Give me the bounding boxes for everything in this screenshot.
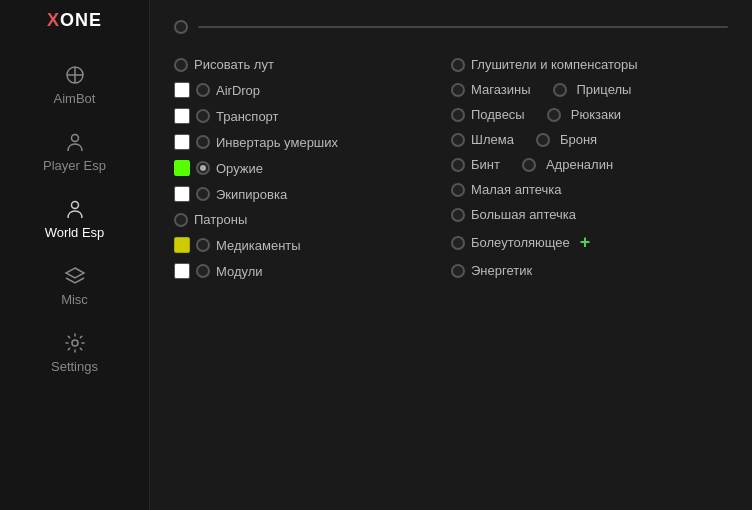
label-inventory-dead: Инвертарь умерших [216, 135, 338, 150]
option-draw-loot: Рисовать лут [174, 52, 451, 77]
options-grid: Рисовать лут AirDrop Транспорт Инвертарь… [174, 52, 728, 284]
option-inventory-dead: Инвертарь умерших [174, 129, 451, 155]
layers-icon [63, 264, 87, 288]
option-bandage-row: Бинт Адреналин [451, 152, 728, 177]
label-meds: Медикаменты [216, 238, 301, 253]
toggle-small-medkit[interactable] [451, 183, 465, 197]
label-ammo: Патроны [194, 212, 247, 227]
option-transport: Транспорт [174, 103, 451, 129]
svg-marker-5 [66, 268, 84, 278]
option-small-medkit: Малая аптечка [451, 177, 728, 202]
option-weapon: Оружие [174, 155, 451, 181]
toggle-grips[interactable] [451, 108, 465, 122]
label-draw-loot: Рисовать лут [194, 57, 274, 72]
toggle-large-medkit[interactable] [451, 208, 465, 222]
crosshair-icon [63, 63, 87, 87]
option-modules: Модули [174, 258, 451, 284]
slider-line [198, 26, 728, 28]
option-large-medkit: Большая аптечка [451, 202, 728, 227]
label-equipment: Экипировка [216, 187, 287, 202]
toggle-scopes[interactable] [553, 83, 567, 97]
toggle-weapon[interactable] [196, 161, 210, 175]
toggle-armor[interactable] [536, 133, 550, 147]
sidebar-item-player-esp[interactable]: Player Esp [0, 118, 149, 185]
sidebar-item-misc[interactable]: Misc [0, 252, 149, 319]
main-content: Рисовать лут AirDrop Транспорт Инвертарь… [150, 0, 752, 510]
toggle-adrenaline[interactable] [522, 158, 536, 172]
label-airdrop: AirDrop [216, 83, 260, 98]
toggle-equipment[interactable] [196, 187, 210, 201]
plus-icon[interactable]: + [580, 232, 591, 253]
label-armor: Броня [560, 132, 597, 147]
toggle-painkiller[interactable] [451, 236, 465, 250]
color-airdrop[interactable] [174, 82, 190, 98]
left-column: Рисовать лут AirDrop Транспорт Инвертарь… [174, 52, 451, 284]
toggle-draw-loot[interactable] [174, 58, 188, 72]
sidebar-label-settings: Settings [51, 359, 98, 374]
option-grips-row: Подвесы Рюкзаки [451, 102, 728, 127]
toggle-airdrop[interactable] [196, 83, 210, 97]
label-backpacks: Рюкзаки [571, 107, 621, 122]
toggle-bandage[interactable] [451, 158, 465, 172]
logo-one: ONE [60, 10, 102, 30]
option-meds: Медикаменты [174, 232, 451, 258]
sidebar: XONE AimBot Player Esp World Esp [0, 0, 150, 510]
sidebar-item-settings[interactable]: Settings [0, 319, 149, 386]
sidebar-item-aimbot[interactable]: AimBot [0, 51, 149, 118]
toggle-energy[interactable] [451, 264, 465, 278]
logo-x: X [47, 10, 60, 30]
svg-point-4 [71, 202, 78, 209]
gear-icon [63, 331, 87, 355]
option-helmet-row: Шлема Броня [451, 127, 728, 152]
label-transport: Транспорт [216, 109, 279, 124]
svg-point-3 [71, 135, 78, 142]
main-toggle[interactable] [174, 20, 188, 34]
option-mags-row: Магазины Прицелы [451, 77, 728, 102]
option-ammo: Патроны [174, 207, 451, 232]
sidebar-label-player-esp: Player Esp [43, 158, 106, 173]
option-energy: Энергетик [451, 258, 728, 283]
person-icon [63, 130, 87, 154]
sidebar-label-aimbot: AimBot [54, 91, 96, 106]
toggle-modules[interactable] [196, 264, 210, 278]
toggle-transport[interactable] [196, 109, 210, 123]
color-inventory-dead[interactable] [174, 134, 190, 150]
toggle-helmet[interactable] [451, 133, 465, 147]
label-scopes: Прицелы [577, 82, 632, 97]
top-toggle-row [174, 20, 728, 34]
label-adrenaline: Адреналин [546, 157, 613, 172]
label-grips: Подвесы [471, 107, 525, 122]
label-energy: Энергетик [471, 263, 532, 278]
svg-point-6 [72, 340, 78, 346]
color-transport[interactable] [174, 108, 190, 124]
toggle-inventory-dead[interactable] [196, 135, 210, 149]
color-modules[interactable] [174, 263, 190, 279]
label-silencers: Глушители и компенсаторы [471, 57, 638, 72]
option-painkiller: Болеутоляющее + [451, 227, 728, 258]
sidebar-label-misc: Misc [61, 292, 88, 307]
color-equipment[interactable] [174, 186, 190, 202]
color-meds[interactable] [174, 237, 190, 253]
toggle-ammo[interactable] [174, 213, 188, 227]
toggle-backpacks[interactable] [547, 108, 561, 122]
toggle-silencers[interactable] [451, 58, 465, 72]
label-small-medkit: Малая аптечка [471, 182, 562, 197]
color-weapon[interactable] [174, 160, 190, 176]
sidebar-label-world-esp: World Esp [45, 225, 105, 240]
label-painkiller: Болеутоляющее [471, 235, 570, 250]
option-airdrop: AirDrop [174, 77, 451, 103]
option-equipment: Экипировка [174, 181, 451, 207]
label-weapon: Оружие [216, 161, 263, 176]
toggle-mags[interactable] [451, 83, 465, 97]
right-column: Глушители и компенсаторы Магазины Прицел… [451, 52, 728, 284]
label-mags: Магазины [471, 82, 531, 97]
app-logo: XONE [47, 10, 102, 31]
option-silencers: Глушители и компенсаторы [451, 52, 728, 77]
label-large-medkit: Большая аптечка [471, 207, 576, 222]
toggle-meds[interactable] [196, 238, 210, 252]
label-modules: Модули [216, 264, 263, 279]
label-bandage: Бинт [471, 157, 500, 172]
person-outline-icon [63, 197, 87, 221]
sidebar-item-world-esp[interactable]: World Esp [0, 185, 149, 252]
label-helmet: Шлема [471, 132, 514, 147]
